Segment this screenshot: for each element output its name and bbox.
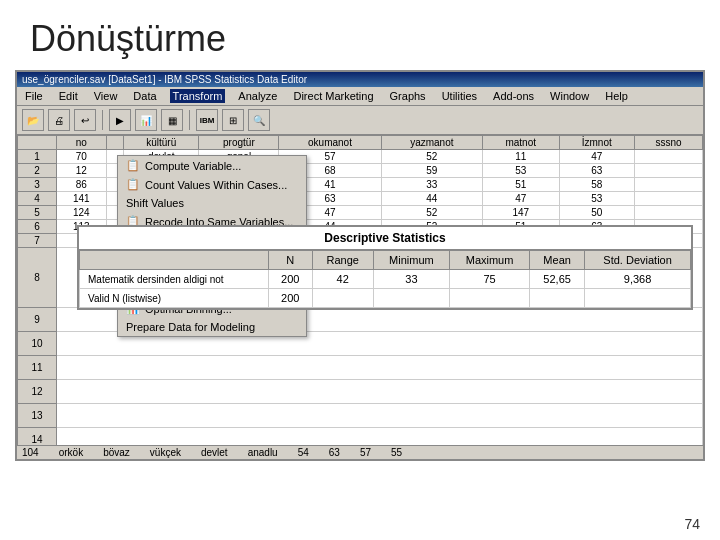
desc-stats-table: N Range Minimum Maximum Mean Std. Deviat… xyxy=(79,250,691,308)
row-num: 1 xyxy=(18,150,57,164)
spss-menubar: File Edit View Data Transform Analyze Di… xyxy=(17,87,703,106)
toolbar-open[interactable]: 📂 xyxy=(22,109,44,131)
row2-min xyxy=(373,289,449,308)
status-col7: 54 xyxy=(298,447,309,458)
toolbar-table[interactable]: ▦ xyxy=(161,109,183,131)
page-number: 74 xyxy=(684,516,700,532)
row1-mean: 52,65 xyxy=(530,270,585,289)
status-col3: bövaz xyxy=(103,447,130,458)
spss-window: use_ögrenciler.sav [DataSet1] - IBM SPSS… xyxy=(15,70,705,461)
status-col8: 63 xyxy=(329,447,340,458)
status-col5: devlet xyxy=(201,447,228,458)
row1-max: 75 xyxy=(450,270,530,289)
spss-statusbar: 104 orkök bövaz vükçek devlet anadlu 54 … xyxy=(17,445,703,459)
toolbar-extra2[interactable]: 🔍 xyxy=(248,109,270,131)
spss-titlebar: use_ögrenciler.sav [DataSet1] - IBM SPSS… xyxy=(17,72,703,87)
menu-window[interactable]: Window xyxy=(547,89,592,103)
toolbar-undo[interactable]: ↩ xyxy=(74,109,96,131)
row-num: 10 xyxy=(18,332,57,356)
col-label xyxy=(80,251,269,270)
row-num: 6 xyxy=(18,220,57,234)
status-col1: 104 xyxy=(22,447,39,458)
col-maximum: Maximum xyxy=(450,251,530,270)
status-col9: 57 xyxy=(360,447,371,458)
row1-std: 9,368 xyxy=(585,270,691,289)
row-num: 7 xyxy=(18,234,57,248)
col-range: Range xyxy=(312,251,373,270)
menu-count-values[interactable]: 📋 Count Values Within Cases... xyxy=(118,175,306,194)
row2-std xyxy=(585,289,691,308)
row-num: 8 xyxy=(18,248,57,308)
desc-stats-row-2: Valid N (listwise) 200 xyxy=(80,289,691,308)
table-row: 11 xyxy=(18,356,703,380)
col-header-kultur: kültürü xyxy=(124,136,199,150)
spss-titlebar-text: use_ögrenciler.sav [DataSet1] - IBM SPSS… xyxy=(22,74,307,85)
menu-direct-marketing[interactable]: Direct Marketing xyxy=(290,89,376,103)
row-num: 12 xyxy=(18,380,57,404)
row2-label: Valid N (listwise) xyxy=(80,289,269,308)
page-title: Dönüştürme xyxy=(0,0,720,70)
menu-addons[interactable]: Add-ons xyxy=(490,89,537,103)
row-num: 11 xyxy=(18,356,57,380)
col-n: N xyxy=(268,251,312,270)
status-col4: vükçek xyxy=(150,447,181,458)
row1-n: 200 xyxy=(268,270,312,289)
desc-stats-row-1: Matematik dersinden aldigi not 200 42 33… xyxy=(80,270,691,289)
row2-range xyxy=(312,289,373,308)
toolbar-chart[interactable]: 📊 xyxy=(135,109,157,131)
spss-toolbar: 📂 🖨 ↩ ▶ 📊 ▦ IBM ⊞ 🔍 xyxy=(17,106,703,135)
row-num: 13 xyxy=(18,404,57,428)
table-row: 12 xyxy=(18,380,703,404)
menu-analyze[interactable]: Analyze xyxy=(235,89,280,103)
status-col2: orkök xyxy=(59,447,83,458)
status-col6: anadlu xyxy=(248,447,278,458)
col-header-matnot: matnot xyxy=(482,136,559,150)
row2-mean xyxy=(530,289,585,308)
menu-transform[interactable]: Transform xyxy=(170,89,226,103)
table-row: 13 xyxy=(18,404,703,428)
row-num: 9 xyxy=(18,308,57,332)
menu-shift-values[interactable]: Shift Values xyxy=(118,194,306,212)
menu-file[interactable]: File xyxy=(22,89,46,103)
toolbar-extra1[interactable]: ⊞ xyxy=(222,109,244,131)
count-icon: 📋 xyxy=(126,178,140,191)
descriptive-stats-panel: Descriptive Statistics N Range Minimum M… xyxy=(77,225,693,310)
col-header-okumanot: okumanot xyxy=(279,136,381,150)
menu-utilities[interactable]: Utilities xyxy=(439,89,480,103)
menu-help[interactable]: Help xyxy=(602,89,631,103)
toolbar-print[interactable]: 🖨 xyxy=(48,109,70,131)
col-header-yazmanot: yazmanot xyxy=(381,136,482,150)
menu-prepare-data[interactable]: Prepare Data for Modeling xyxy=(118,318,306,336)
spss-content: no kültürü progtür okumanot yazmanot mat… xyxy=(17,135,703,445)
row1-min: 33 xyxy=(373,270,449,289)
menu-data[interactable]: Data xyxy=(130,89,159,103)
col-header-izmnot: İzmnot xyxy=(559,136,634,150)
menu-graphs[interactable]: Graphs xyxy=(387,89,429,103)
row-num: 2 xyxy=(18,164,57,178)
col-header-no: no xyxy=(56,136,106,150)
menu-view[interactable]: View xyxy=(91,89,121,103)
row1-range: 42 xyxy=(312,270,373,289)
col-std-dev: Std. Deviation xyxy=(585,251,691,270)
row-num: 14 xyxy=(18,428,57,446)
col-header-sssno: sssno xyxy=(635,136,703,150)
table-row: 14 xyxy=(18,428,703,446)
row-num: 3 xyxy=(18,178,57,192)
menu-compute-variable[interactable]: 📋 Compute Variable... xyxy=(118,156,306,175)
toolbar-spss-logo: IBM xyxy=(196,109,218,131)
row2-n: 200 xyxy=(268,289,312,308)
compute-icon: 📋 xyxy=(126,159,140,172)
menu-edit[interactable]: Edit xyxy=(56,89,81,103)
row-num: 5 xyxy=(18,206,57,220)
col-header-empty xyxy=(18,136,57,150)
row1-label: Matematik dersinden aldigi not xyxy=(80,270,269,289)
row-num: 4 xyxy=(18,192,57,206)
col-minimum: Minimum xyxy=(373,251,449,270)
row2-max xyxy=(450,289,530,308)
desc-stats-title: Descriptive Statistics xyxy=(79,227,691,250)
col-header-empty2 xyxy=(106,136,123,150)
toolbar-go[interactable]: ▶ xyxy=(109,109,131,131)
status-col10: 55 xyxy=(391,447,402,458)
col-mean: Mean xyxy=(530,251,585,270)
col-header-progtür: progtür xyxy=(199,136,279,150)
